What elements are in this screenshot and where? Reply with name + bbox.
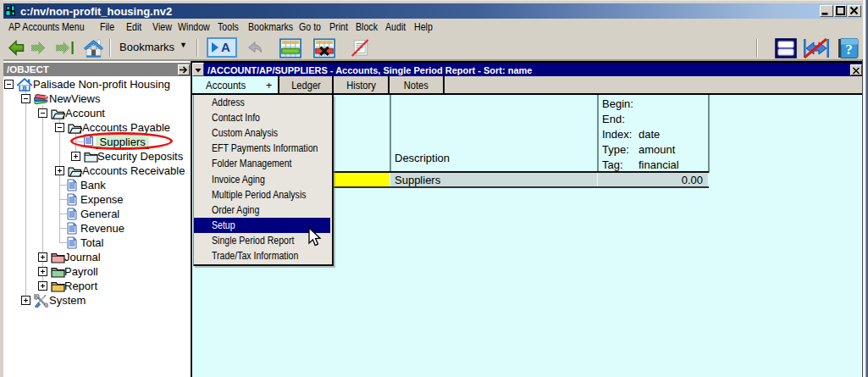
svg-text:?: ? [845, 42, 853, 58]
